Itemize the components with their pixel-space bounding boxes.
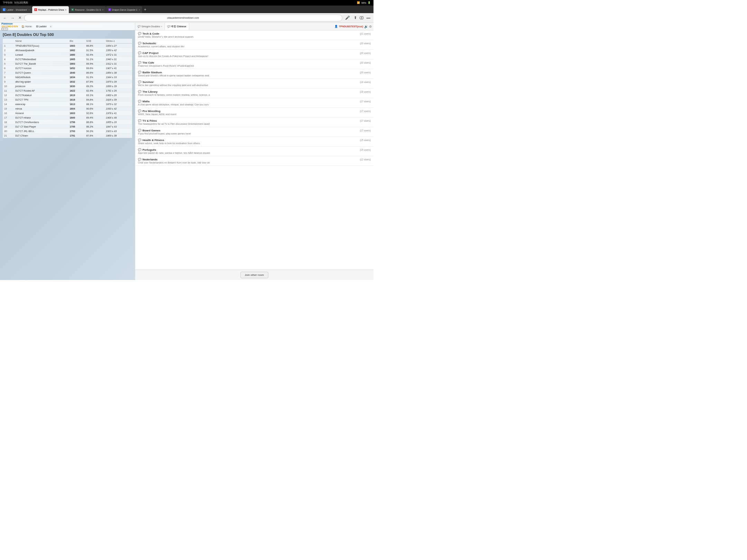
ladder-row[interactable]: 10 jorislecon 1830 89.2% 1899 ± 39: [3, 84, 132, 88]
status-bar-right: 📶 95% 🔋: [357, 1, 371, 4]
cell-elo: 1882: [68, 48, 85, 53]
tab-smogon-doubles[interactable]: 💬 Smogon Doubles ×: [135, 23, 165, 30]
room-item[interactable]: 💬 Health & Fitness (15 users) Share advi…: [135, 137, 374, 147]
ladder-nav-button[interactable]: ☰ Ladder: [34, 23, 49, 30]
room-list: 💬 Tech & Code (21 users) printf("Hello, …: [135, 30, 374, 270]
room-item[interactable]: 💬 The Cafe (20 users) Pokémon Showdown's…: [135, 59, 374, 69]
cell-name: DLTCTtiltedandbad: [14, 57, 68, 62]
cell-glicko: 1944 ± 33: [104, 75, 132, 80]
ladder-row[interactable]: 11 DLTCT Rusted AF 1822 82.4% 1791 ± 26: [3, 88, 132, 93]
room-item[interactable]: 💬 CAP Project (20 users) Join us to disc…: [135, 50, 374, 59]
col-rank: [3, 39, 14, 44]
sound-toggle-button[interactable]: 🔊: [364, 25, 368, 28]
ladder-row[interactable]: 4 DLTCTtiltedandbad 1865 91.1% 1940 ± 31: [3, 57, 132, 62]
left-panel: Pokémon SHOWDOWN BETA 🏠 Home ☰ Ladder × …: [0, 23, 135, 280]
ladder-row[interactable]: 14 eaarocap 1813 88.1% 1879 ± 32: [3, 102, 132, 106]
cell-gxe: 86.2%: [85, 124, 105, 129]
cell-name: jorislecon: [14, 84, 68, 88]
room-header: 💬 Português (15 users): [138, 148, 371, 151]
col-glicko: Glicko-1: [104, 39, 132, 44]
address-input[interactable]: [24, 15, 342, 21]
room-item[interactable]: 💬 Português (15 users) Aqui tem pastel d…: [135, 147, 374, 156]
col-gxe: GXE: [85, 39, 105, 44]
room-item[interactable]: 💬 Nederlands (12 users) Chat voor Nederl…: [135, 156, 374, 166]
ladder-row[interactable]: 15 mirrza 1804 90.6% 1930 ± 42: [3, 106, 132, 111]
ladder-row[interactable]: 18 DLTCT ChrisNumbers 1799 86.8% 1855 ± …: [3, 120, 132, 124]
ladder-row[interactable]: 20 DLTCT JRL BELL 1793 90.3% 1923 ± 43: [3, 129, 132, 133]
cell-name: Horamir: [14, 111, 68, 115]
address-bar: ← → ✕ 🎤 ⬆ 4 •••: [0, 13, 374, 23]
cell-name: DLTCT mhanz: [14, 115, 68, 120]
room-count: (20 users): [360, 42, 371, 45]
room-item[interactable]: 💬 Pro Wrestling (17 users) WWE, New Japa…: [135, 108, 374, 118]
room-item[interactable]: 💬 Scholastic (20 users) Academics, curre…: [135, 40, 374, 50]
room-chat-icon: 💬: [138, 119, 141, 122]
ladder-row[interactable]: 2 dltctsaasdjsakedk 1882 91.5% 1950 ± 42: [3, 48, 132, 53]
ladder-row[interactable]: 16 Horamir 1803 92.6% 1978 ± 41: [3, 111, 132, 115]
ladder-row[interactable]: 8 MADARAAAA 1834 91.3% 1944 ± 33: [3, 75, 132, 80]
back-button[interactable]: ←: [2, 16, 8, 20]
cell-gxe: 88.1%: [85, 102, 105, 106]
tab-close-1[interactable]: ×: [28, 8, 30, 11]
room-name: Board Games: [142, 129, 359, 132]
chat-tabs: 💬 Smogon Doubles × 💬 中文 Chinese 👤 TPNDUB…: [135, 23, 374, 30]
room-desc: If you find yourself board, play some ga…: [138, 132, 371, 135]
cell-elo: 1883: [68, 44, 85, 48]
room-name: The Library: [142, 90, 359, 93]
smogon-tab-close[interactable]: ×: [161, 25, 163, 28]
room-item[interactable]: 💬 Board Games (17 users) If you find you…: [135, 127, 374, 137]
tab-close-4[interactable]: ×: [139, 8, 140, 11]
room-count: (18 users): [360, 91, 371, 93]
home-nav-button[interactable]: 🏠 Home: [19, 23, 34, 30]
room-name: Survivor: [142, 81, 359, 84]
ladder-row[interactable]: 13 DLTCT TPN 1818 84.8% 1826 ± 39: [3, 97, 132, 102]
ladder-row[interactable]: 12 DLTCTKatakuri 1819 83.1% 1800 ± 26: [3, 93, 132, 97]
room-item[interactable]: 💬 Survivor (18 users) We're like gamblin…: [135, 79, 374, 88]
cell-name: Lonasil: [14, 53, 68, 57]
tab-close-2[interactable]: ×: [65, 8, 67, 11]
cell-glicko: 1854 ± 27: [104, 44, 132, 48]
new-tab-button[interactable]: +: [142, 7, 148, 12]
browser-tab-ladder[interactable]: L Ladder - Showdown! ×: [1, 6, 32, 13]
more-options-icon[interactable]: •••: [365, 16, 371, 20]
browser-tab-replays[interactable]: P Replays - Pokémon Show ×: [32, 6, 68, 13]
browser-tab-dragon[interactable]: D Dragon Dance Zygarde C ×: [106, 6, 142, 13]
ladder-row[interactable]: 19 DLT CT Bad Player 1795 86.2% 1847 ± 4…: [3, 124, 132, 129]
room-item[interactable]: 💬 The Library (18 users) From research t…: [135, 88, 374, 98]
ladder-row[interactable]: 1 TPNDUBSTEST(≥ω≤) 1883 86.8% 1854 ± 27: [3, 44, 132, 48]
ladder-row[interactable]: 21 DLT CTeam 1791 87.6% 1869 ± 38: [3, 133, 132, 138]
microphone-icon[interactable]: 🎤: [344, 15, 351, 20]
room-desc: Pokémon Showdown's Food Room! #PutAnEggO…: [138, 65, 371, 67]
room-item[interactable]: 💬 Mafia (17 users) A chat game about dec…: [135, 98, 374, 108]
room-item[interactable]: 💬 Tech & Code (21 users) printf("Hello, …: [135, 30, 374, 40]
forward-button[interactable]: →: [10, 16, 16, 20]
tab-close-3[interactable]: ×: [102, 8, 104, 11]
settings-button[interactable]: ⚙: [369, 25, 372, 28]
cell-rank: 4: [3, 57, 14, 62]
col-elo: Elo: [68, 39, 85, 44]
cell-elo: 1865: [68, 57, 85, 62]
ladder-row[interactable]: 9 dltct big spider 1832 87.9% 1875 ± 34: [3, 80, 132, 84]
ps-close-button[interactable]: ×: [49, 25, 53, 28]
logo-showdown-text: SHOWDOWN: [1, 25, 18, 28]
join-other-room-button[interactable]: Join other room: [240, 272, 269, 278]
cell-gxe: 89.9%: [85, 62, 105, 66]
room-chat-icon: 💬: [138, 158, 141, 161]
browser-tab-resource[interactable]: R Resource - Doubles OU S ×: [69, 6, 106, 13]
ladder-row[interactable]: 7 DLTCT Queen 1840 86.6% 1854 ± 38: [3, 71, 132, 75]
col-name: Name: [14, 39, 68, 44]
cell-gxe: 83.1%: [85, 93, 105, 97]
ladder-row[interactable]: 17 DLTCT mhanz 1800 89.4% 1906 ± 48: [3, 115, 132, 120]
cell-gxe: 90.3%: [85, 129, 105, 133]
tab-chinese[interactable]: 💬 中文 Chinese: [165, 23, 189, 30]
close-button[interactable]: ✕: [17, 15, 22, 20]
ladder-row[interactable]: 5 DLTCT The_Bandit 1863 89.9% 1912 ± 31: [3, 62, 132, 66]
room-item[interactable]: 💬 TV & Films (17 users) The headquarters…: [135, 118, 374, 127]
ladder-row[interactable]: 6 DLTCT horizon 1852 89.6% 1907 ± 41: [3, 66, 132, 71]
smogon-tab-label: Smogon Doubles: [141, 25, 160, 28]
room-header: 💬 The Library (18 users): [138, 90, 371, 93]
share-icon[interactable]: ⬆: [353, 15, 358, 20]
room-item[interactable]: 💬 Battle Stadium (20 users) Sword and Sh…: [135, 69, 374, 79]
ladder-row[interactable]: 3 Lonasil 1880 92.4% 1972 ± 31: [3, 53, 132, 57]
tab-count-badge[interactable]: 4: [360, 16, 364, 19]
